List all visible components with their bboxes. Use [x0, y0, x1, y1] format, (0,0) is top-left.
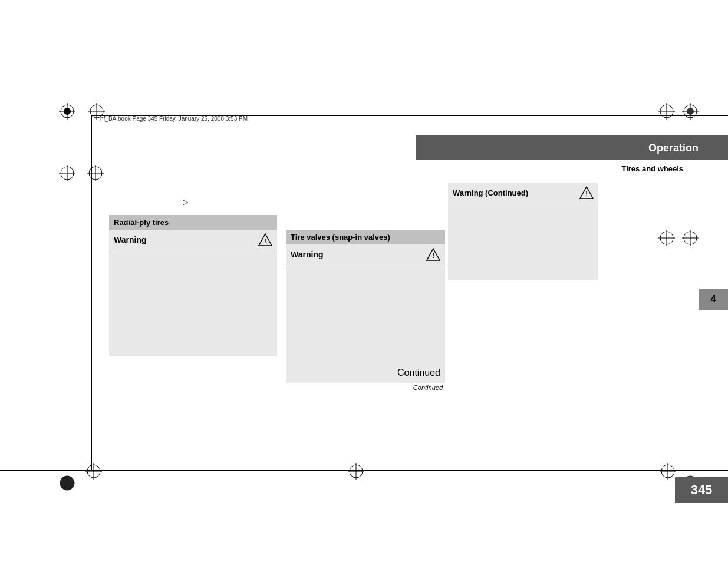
- tire-valves-warning-box: Warning ! Continued: [286, 244, 445, 383]
- tire-valves-warning-label: Warning: [291, 250, 323, 259]
- book-info: nf_BA.book Page 345 Friday, January 25, …: [100, 115, 248, 122]
- radial-ply-warning-header: Warning !: [109, 230, 277, 250]
- subheader-title: Tires and wheels: [621, 164, 683, 173]
- reg-mark-top-right-inner: [658, 103, 675, 120]
- page-number: 345: [691, 482, 713, 498]
- reg-mark-bottom-center: [348, 463, 364, 480]
- section-tire-valves: Tire valves (snap-in valves) Warning ! C…: [286, 230, 445, 391]
- reg-mark-bottom-right-inner: [660, 463, 676, 480]
- radial-ply-warning-content: [109, 250, 277, 356]
- svg-text:!: !: [432, 252, 434, 259]
- reg-mark-left-mid-inner: [87, 165, 104, 181]
- svg-text:!: !: [585, 190, 588, 197]
- svg-point-3: [64, 108, 71, 115]
- radial-ply-warning-box: Warning !: [109, 230, 277, 356]
- header-bar: Operation: [416, 135, 728, 160]
- chapter-tab: 4: [699, 289, 728, 310]
- radial-ply-warning-icon: !: [258, 233, 272, 246]
- warning-continued-icon: !: [579, 186, 594, 199]
- continued-text: Continued: [397, 368, 440, 378]
- continued-label: Continued: [286, 384, 445, 391]
- reg-mark-top-right-outer: [682, 103, 699, 120]
- tire-valves-header: Tire valves (snap-in valves): [286, 230, 445, 244]
- radial-ply-warning-label: Warning: [114, 235, 146, 244]
- warning-continued-header: Warning (Continued) !: [448, 183, 598, 203]
- section-radial-ply: Radial-ply tires Warning !: [109, 215, 277, 356]
- svg-point-10: [687, 108, 694, 115]
- play-arrow-icon: ▷: [183, 198, 188, 206]
- tire-valves-warning-header: Warning !: [286, 244, 445, 265]
- reg-mark-bottom-left-outer: [59, 475, 75, 491]
- tire-valves-warning-icon: !: [426, 248, 440, 261]
- header-title: Operation: [648, 142, 699, 154]
- tire-valves-warning-content: [286, 265, 445, 383]
- chapter-number: 4: [711, 294, 716, 305]
- page-tab: 345: [675, 477, 728, 503]
- radial-ply-header: Radial-ply tires: [109, 215, 277, 230]
- subheader-bar: Tires and wheels: [416, 160, 728, 177]
- bottom-rule-line: [0, 470, 728, 471]
- reg-mark-right-mid-inner: [658, 230, 675, 246]
- warning-continued-content: [448, 203, 598, 280]
- svg-point-14: [60, 476, 75, 491]
- reg-mark-left-mid: [59, 165, 75, 181]
- reg-mark-bottom-left-inner: [85, 463, 102, 480]
- svg-text:!: !: [264, 237, 266, 244]
- warning-continued-box: Warning (Continued) !: [448, 183, 598, 280]
- reg-mark-top-left-outer: [59, 103, 75, 120]
- reg-mark-right-mid: [682, 230, 699, 246]
- section-warning-continued: Warning (Continued) !: [448, 183, 598, 280]
- left-rule-line: [91, 115, 92, 471]
- warning-continued-label: Warning (Continued): [453, 189, 528, 197]
